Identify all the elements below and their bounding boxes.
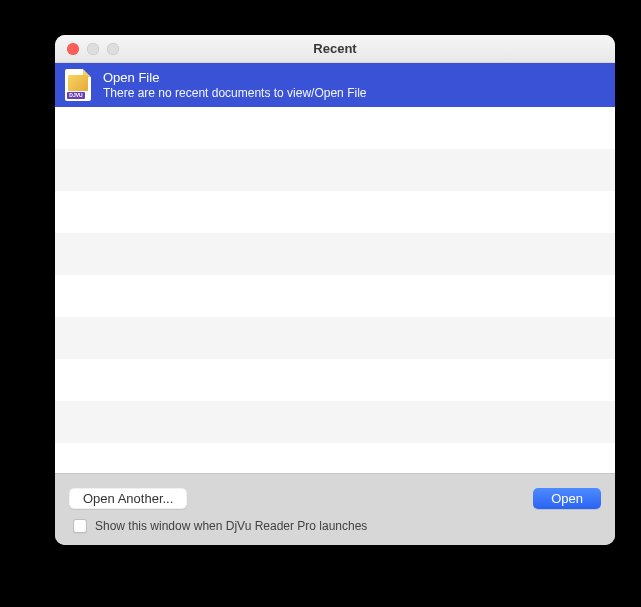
list-row[interactable] [55, 317, 615, 359]
recent-window: Recent DJVU Open File There are no recen… [55, 35, 615, 545]
open-file-text: Open File There are no recent documents … [103, 70, 366, 100]
list-row[interactable] [55, 233, 615, 275]
open-file-title: Open File [103, 70, 366, 85]
minimize-icon[interactable] [87, 43, 99, 55]
open-file-subtitle: There are no recent documents to view/Op… [103, 86, 366, 100]
document-icon: DJVU [65, 69, 91, 101]
list-row[interactable] [55, 401, 615, 443]
recent-list [55, 107, 615, 473]
launch-checkbox[interactable] [73, 519, 87, 533]
close-icon[interactable] [67, 43, 79, 55]
list-row[interactable] [55, 275, 615, 317]
titlebar: Recent [55, 35, 615, 63]
footer: Open Another... Open Show this window wh… [55, 473, 615, 545]
list-row[interactable] [55, 191, 615, 233]
window-controls [55, 43, 119, 55]
open-button[interactable]: Open [533, 488, 601, 509]
window-title: Recent [55, 41, 615, 56]
launch-checkbox-row: Show this window when DjVu Reader Pro la… [69, 519, 601, 533]
list-row[interactable] [55, 107, 615, 149]
open-file-item[interactable]: DJVU Open File There are no recent docum… [55, 63, 615, 107]
list-row[interactable] [55, 443, 615, 473]
footer-buttons: Open Another... Open [69, 488, 601, 509]
launch-checkbox-label: Show this window when DjVu Reader Pro la… [95, 519, 367, 533]
list-row[interactable] [55, 149, 615, 191]
open-another-button[interactable]: Open Another... [69, 488, 187, 509]
maximize-icon[interactable] [107, 43, 119, 55]
list-row[interactable] [55, 359, 615, 401]
